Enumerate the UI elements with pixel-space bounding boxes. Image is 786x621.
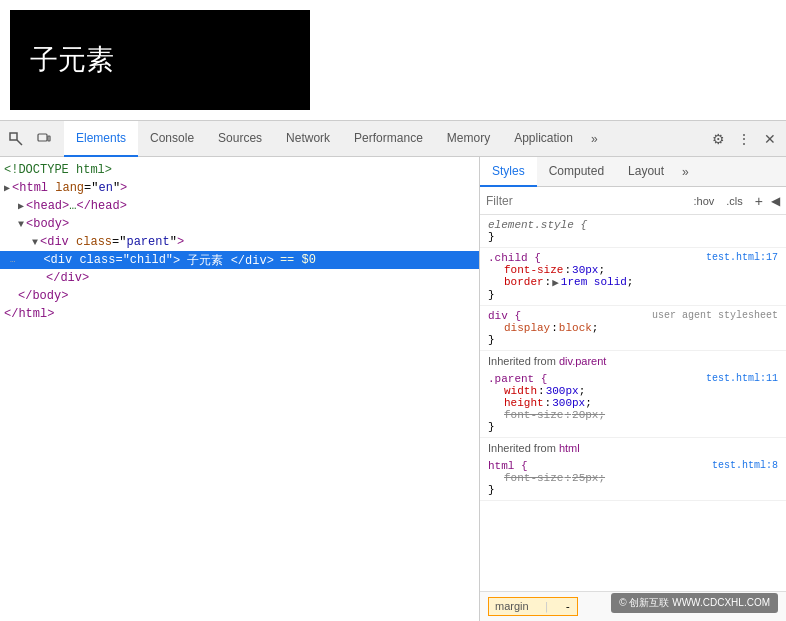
dom-line-doctype[interactable]: <!DOCTYPE html> <box>0 161 479 179</box>
tab-more-button[interactable]: » <box>585 121 604 157</box>
inherited-header-html: Inherited from html <box>480 438 786 456</box>
rule-element-style: element.style { } <box>480 215 786 248</box>
tab-bar-icons <box>4 127 56 151</box>
tab-memory[interactable]: Memory <box>435 121 502 157</box>
inherited-header-parent: Inherited from div.parent <box>480 351 786 369</box>
sub-tab-bar: Styles Computed Layout » <box>480 157 786 187</box>
tab-application[interactable]: Application <box>502 121 585 157</box>
dom-line-head[interactable]: ▶ <head>…</head> <box>0 197 479 215</box>
dom-line-close-parent[interactable]: </div> <box>0 269 479 287</box>
preview-area: 子元素 <box>0 0 786 120</box>
close-devtools-icon[interactable]: ✕ <box>758 127 782 151</box>
rule-parent: .parent { test.html:11 width: 300px; hei… <box>480 369 786 438</box>
sub-tab-styles[interactable]: Styles <box>480 157 537 187</box>
styles-content[interactable]: element.style { } .child { test.html:17 … <box>480 215 786 591</box>
main-content: <!DOCTYPE html> ▶ <html lang="en" > ▶ <h… <box>0 157 786 621</box>
tab-network[interactable]: Network <box>274 121 342 157</box>
sub-tab-layout[interactable]: Layout <box>616 157 676 187</box>
tab-console[interactable]: Console <box>138 121 206 157</box>
tab-performance[interactable]: Performance <box>342 121 435 157</box>
dom-line-parent[interactable]: ▼ <div class="parent" > <box>0 233 479 251</box>
preview-text: 子元素 <box>30 41 114 79</box>
svg-line-1 <box>17 140 22 145</box>
filter-arrow-button[interactable]: ◀ <box>771 194 780 208</box>
devtools-tab-bar: Elements Console Sources Network Perform… <box>0 121 786 157</box>
filter-plus-button[interactable]: + <box>751 191 767 211</box>
dom-line-close-html[interactable]: </html> <box>0 305 479 323</box>
rule-child: .child { test.html:17 font-size: 30px; b… <box>480 248 786 306</box>
dom-line-close-body[interactable]: </body> <box>0 287 479 305</box>
device-icon[interactable] <box>32 127 56 151</box>
svg-rect-3 <box>48 136 50 141</box>
dom-line-body[interactable]: ▼ <body> <box>0 215 479 233</box>
dom-panel[interactable]: <!DOCTYPE html> ▶ <html lang="en" > ▶ <h… <box>0 157 480 621</box>
border-expand-icon[interactable]: ▶ <box>552 276 559 289</box>
rule-div-ua: div { user agent stylesheet display: blo… <box>480 306 786 351</box>
tab-bar-right-icons: ⚙ ⋮ ✕ <box>706 127 782 151</box>
watermark: © 创新互联 WWW.CDCXHL.COM <box>611 593 778 613</box>
filter-hov-button[interactable]: :hov <box>690 193 719 209</box>
sub-tab-computed[interactable]: Computed <box>537 157 616 187</box>
tab-sources[interactable]: Sources <box>206 121 274 157</box>
filter-input[interactable] <box>486 194 686 208</box>
svg-rect-2 <box>38 134 47 141</box>
dom-line-child[interactable]: … <div class="child" > 子元素 </div> == $0 <box>0 251 479 269</box>
box-model-box: margin | - <box>488 597 578 616</box>
filter-bar: :hov .cls + ◀ <box>480 187 786 215</box>
filter-cls-button[interactable]: .cls <box>722 193 747 209</box>
tab-elements[interactable]: Elements <box>64 121 138 157</box>
svg-rect-0 <box>10 133 17 140</box>
more-options-icon[interactable]: ⋮ <box>732 127 756 151</box>
styles-panel: Styles Computed Layout » :hov .cls + ◀ <box>480 157 786 621</box>
inspect-icon[interactable] <box>4 127 28 151</box>
sub-tab-more[interactable]: » <box>676 157 695 187</box>
dom-line-html[interactable]: ▶ <html lang="en" > <box>0 179 479 197</box>
rule-html: html { test.html:8 font-size: 25px; } <box>480 456 786 501</box>
devtools-panel: Elements Console Sources Network Perform… <box>0 120 786 621</box>
settings-icon[interactable]: ⚙ <box>706 127 730 151</box>
preview-box: 子元素 <box>10 10 310 110</box>
